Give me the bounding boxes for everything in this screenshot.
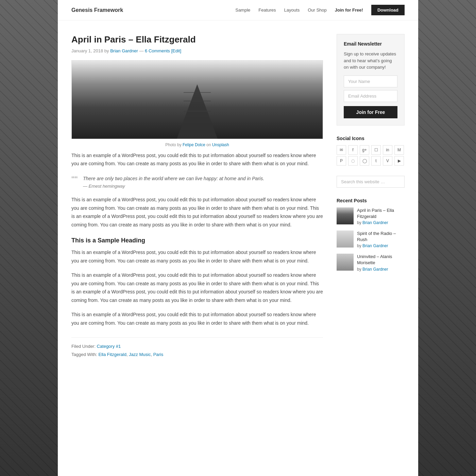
filed-under-label: Filed Under: — [71, 344, 97, 349]
recent-post-by-2: by Brian Gardner — [357, 243, 405, 248]
twitter-icon[interactable]: t — [371, 156, 381, 166]
recent-post-author-3[interactable]: Brian Gardner — [362, 267, 388, 272]
vimeo-icon[interactable]: V — [383, 156, 392, 166]
post-title: April in Paris – Ella Fitzgerald — [71, 34, 323, 46]
recent-post-by-3: by Brian Gardner — [357, 267, 405, 272]
post-by: by — [104, 48, 110, 53]
post-blockquote: There are only two places in the world w… — [71, 175, 323, 189]
post-para5: This is an example of a WordPress post, … — [71, 310, 323, 327]
site-nav: Sample Features Layouts Our Shop Join fo… — [235, 5, 405, 15]
post-date: January 1, 2018 — [71, 48, 103, 53]
post-image-wrap — [71, 60, 323, 139]
post-para4: This is an example of a WordPress post, … — [71, 271, 323, 304]
linkedin-icon[interactable]: in — [383, 145, 392, 155]
site-wrapper: Genesis Framework Sample Features Layout… — [58, 0, 418, 476]
social-icons-widget: Social Icons ✉ f g+ ☐ in M P ◌ ◯ t V ▶ — [337, 136, 405, 166]
site-header: Genesis Framework Sample Features Layout… — [58, 0, 418, 20]
post-dash: — — [139, 48, 145, 53]
uninvited-thumb — [337, 254, 354, 271]
image-credit-link[interactable]: Felipe Dolce — [183, 142, 205, 147]
category-link[interactable]: Category #1 — [97, 344, 121, 349]
recent-post-thumb-2 — [337, 231, 354, 248]
radio-thumb — [337, 231, 354, 248]
nav-sample[interactable]: Sample — [235, 7, 250, 13]
tagged-with-label: Tagged With: — [71, 352, 99, 357]
recent-post-author-2[interactable]: Brian Gardner — [362, 243, 388, 248]
email-icon[interactable]: ✉ — [337, 145, 346, 155]
unsplash-link[interactable]: Unsplash — [212, 142, 229, 147]
search-input[interactable] — [337, 176, 405, 188]
image-caption: Photo by Felipe Dolce on Unsplash — [71, 141, 323, 151]
caption-on: on — [205, 142, 212, 147]
post-heading1: This is a Sample Heading — [71, 237, 323, 244]
main-content: April in Paris – Ella Fitzgerald January… — [71, 34, 323, 358]
recent-post-item-2: Spirit of the Radio – Rush by Brian Gard… — [337, 231, 405, 248]
post-comments-link[interactable]: 6 Comments — [145, 48, 170, 53]
post-footer: Filed Under: Category #1 Tagged With: El… — [71, 337, 323, 358]
sidebar: Email Newsletter Sign up to receive upda… — [337, 34, 405, 282]
post-author-link[interactable]: Brian Gardner — [110, 48, 138, 53]
recent-post-title-2: Spirit of the Radio – Rush — [357, 231, 405, 243]
eiffel-thumb — [337, 207, 354, 224]
content-area: April in Paris – Ella Fitzgerald January… — [58, 20, 418, 372]
newsletter-desc: Sign up to receive updates and to hear w… — [344, 51, 397, 71]
recent-posts-widget: Recent Posts April in Paris – Ella Fitzg… — [337, 198, 405, 272]
by-label-2: by — [357, 243, 361, 248]
post-filed-under: Filed Under: Category #1 — [71, 342, 323, 350]
recent-post-title-3: Uninvited – Alanis Morisette — [357, 254, 405, 266]
post-meta: January 1, 2018 by Brian Gardner — 6 Com… — [71, 48, 323, 53]
newsletter-widget: Email Newsletter Sign up to receive upda… — [337, 34, 405, 125]
by-label-1: by — [357, 220, 361, 225]
post-para2: This is an example of a WordPress post, … — [71, 196, 323, 229]
medium-icon[interactable]: M — [394, 145, 404, 155]
join-free-button[interactable]: Join for Free — [344, 106, 397, 118]
rss-icon[interactable]: ◌ — [348, 156, 358, 166]
recent-post-thumb-1 — [337, 207, 354, 224]
google-plus-icon[interactable]: g+ — [360, 145, 369, 155]
caption-pre: Photo by — [165, 142, 183, 147]
post-para1: This is an example of a WordPress post, … — [71, 151, 323, 168]
search-widget — [337, 176, 405, 188]
recent-post-info-2: Spirit of the Radio – Rush by Brian Gard… — [357, 231, 405, 248]
post-edit-link[interactable]: [Edit] — [171, 48, 181, 53]
nav-layouts[interactable]: Layouts — [284, 7, 300, 13]
recent-posts-title: Recent Posts — [337, 198, 405, 203]
nav-join-free[interactable]: Join for Free! — [335, 7, 363, 13]
recent-post-author-1[interactable]: Brian Gardner — [362, 220, 388, 225]
newsletter-email-input[interactable] — [344, 90, 397, 102]
tag-ella[interactable]: Ella Fitzgerald — [99, 352, 126, 357]
pinterest-icon[interactable]: P — [337, 156, 346, 166]
post-image — [72, 61, 323, 139]
recent-post-info-3: Uninvited – Alanis Morisette by Brian Ga… — [357, 254, 405, 271]
social-icons-title: Social Icons — [337, 136, 405, 141]
snapchat-icon[interactable]: ◯ — [360, 156, 369, 166]
newsletter-title: Email Newsletter — [344, 41, 397, 47]
blockquote-cite: — Ernest hemingway — [80, 184, 323, 189]
post-tagged-with: Tagged With: Ella Fitzgerald, Jazz Music… — [71, 351, 323, 358]
recent-post-info-1: April in Paris – Ella Fitzgerald by Bria… — [357, 207, 405, 225]
by-label-3: by — [357, 267, 361, 272]
nav-features[interactable]: Features — [258, 7, 276, 13]
instagram-icon[interactable]: ☐ — [371, 145, 381, 155]
facebook-icon[interactable]: f — [348, 145, 358, 155]
post-para3: This is an example of a WordPress post, … — [71, 248, 323, 265]
recent-post-title-1: April in Paris – Ella Fitzgerald — [357, 207, 405, 220]
tag-jazz[interactable]: Jazz Music — [129, 352, 151, 357]
newsletter-name-input[interactable] — [344, 75, 397, 87]
nav-our-shop[interactable]: Our Shop — [308, 7, 327, 13]
recent-post-item: April in Paris – Ella Fitzgerald by Bria… — [337, 207, 405, 225]
youtube-icon[interactable]: ▶ — [394, 156, 404, 166]
tag-paris[interactable]: Paris — [153, 352, 164, 357]
social-icons-grid: ✉ f g+ ☐ in M P ◌ ◯ t V ▶ — [337, 145, 405, 166]
recent-post-thumb-3 — [337, 254, 354, 271]
recent-post-by-1: by Brian Gardner — [357, 220, 405, 225]
blockquote-text: There are only two places in the world w… — [80, 175, 323, 182]
recent-post-item-3: Uninvited – Alanis Morisette by Brian Ga… — [337, 254, 405, 271]
download-button[interactable]: Download — [371, 5, 405, 15]
site-title: Genesis Framework — [71, 7, 123, 13]
